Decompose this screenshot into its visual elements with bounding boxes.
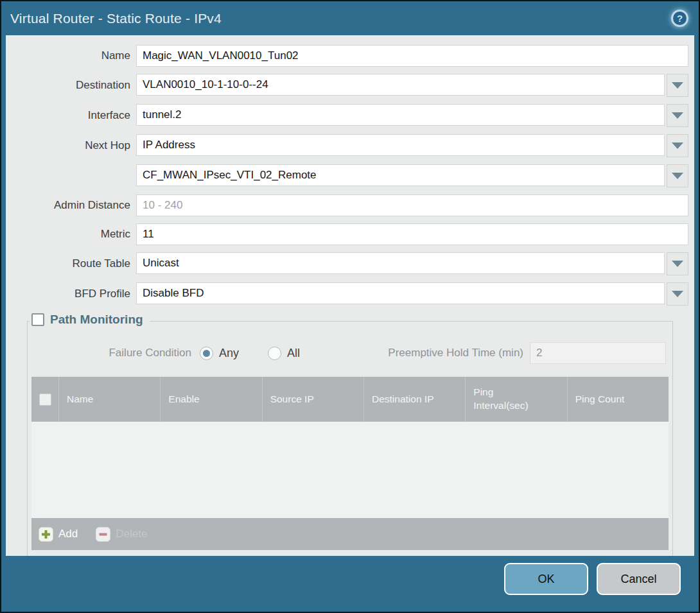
table-body-empty — [31, 422, 669, 518]
failure-condition-any-radio[interactable] — [200, 347, 213, 360]
field-row-bfd-profile: BFD Profile — [12, 282, 688, 306]
bfd-profile-label: BFD Profile — [12, 288, 136, 300]
column-header-source-ip: Source IP — [262, 377, 363, 422]
dialog-body: Name Destination Interface — [6, 35, 694, 556]
metric-label: Metric — [12, 228, 136, 241]
name-input[interactable] — [136, 45, 688, 67]
minus-icon — [96, 527, 110, 542]
table-header-row: Name Enable Source IP Destination IP Pin… — [31, 377, 669, 422]
bfd-profile-input[interactable] — [136, 282, 665, 304]
add-button-label: Add — [58, 528, 78, 540]
field-row-next-hop-address — [12, 164, 688, 187]
column-header-destination-ip: Destination IP — [363, 377, 465, 422]
static-route-dialog: Virtual Router - Static Route - IPv4 ? N… — [0, 0, 700, 613]
column-header-enable: Enable — [160, 377, 261, 422]
cancel-button[interactable]: Cancel — [597, 563, 681, 595]
next-hop-label: Next Hop — [12, 139, 136, 152]
field-row-destination: Destination — [12, 74, 688, 97]
destination-label: Destination — [12, 79, 136, 92]
dialog-title: Virtual Router - Static Route - IPv4 — [10, 11, 222, 26]
next-hop-type-input[interactable] — [136, 134, 665, 156]
table-toolbar: Add Delete — [31, 518, 669, 550]
field-row-next-hop: Next Hop — [12, 134, 688, 157]
column-header-ping-interval: Ping Interval(sec) — [465, 377, 566, 422]
help-icon[interactable]: ? — [671, 10, 688, 27]
add-button[interactable]: Add — [39, 527, 78, 542]
ok-button[interactable]: OK — [504, 563, 588, 595]
field-row-metric: Metric — [12, 223, 688, 245]
next-hop-dropdown-button[interactable] — [667, 134, 688, 157]
field-row-interface: Interface — [12, 104, 688, 127]
metric-input[interactable] — [136, 223, 688, 245]
route-table-dropdown-button[interactable] — [667, 252, 688, 275]
next-hop-address-dropdown-button[interactable] — [667, 164, 688, 187]
interface-label: Interface — [12, 109, 136, 122]
chevron-down-icon — [672, 82, 683, 89]
failure-condition-all-radio[interactable] — [268, 347, 281, 360]
chevron-down-icon — [672, 142, 683, 149]
titlebar: Virtual Router - Static Route - IPv4 ? — [1, 1, 699, 35]
column-header-ping-count: Ping Count — [567, 377, 669, 422]
path-monitoring-table: Name Enable Source IP Destination IP Pin… — [31, 377, 669, 550]
path-monitoring-title: Path Monitoring — [50, 313, 143, 327]
path-monitoring-checkbox[interactable] — [31, 313, 44, 326]
field-row-route-table: Route Table — [12, 252, 688, 275]
admin-distance-label: Admin Distance — [12, 199, 136, 212]
admin-distance-input[interactable] — [136, 194, 688, 216]
interface-dropdown-button[interactable] — [667, 104, 688, 127]
plus-icon — [39, 527, 53, 542]
path-monitoring-legend: Path Monitoring — [30, 313, 150, 327]
failure-condition-all-label: All — [287, 347, 300, 360]
preemptive-hold-time-label: Preemptive Hold Time (min) — [388, 347, 530, 359]
path-monitoring-section: Path Monitoring Failure Condition Any Al… — [27, 321, 673, 556]
help-icon-glyph: ? — [673, 12, 687, 25]
table-header-checkbox-cell — [31, 377, 58, 422]
destination-input[interactable] — [136, 74, 665, 96]
failure-condition-label: Failure Condition — [28, 347, 200, 359]
failure-condition-any-label: Any — [219, 347, 239, 360]
field-row-admin-distance: Admin Distance — [12, 194, 688, 216]
delete-button[interactable]: Delete — [96, 527, 147, 542]
interface-input[interactable] — [136, 104, 665, 126]
destination-dropdown-button[interactable] — [667, 74, 688, 97]
select-all-checkbox[interactable] — [39, 393, 51, 406]
bfd-profile-dropdown-button[interactable] — [667, 282, 688, 306]
chevron-down-icon — [672, 291, 683, 297]
route-table-label: Route Table — [12, 257, 136, 270]
name-label: Name — [12, 49, 136, 62]
dialog-footer: OK Cancel — [1, 556, 699, 612]
preemptive-hold-time-input[interactable] — [530, 342, 666, 364]
delete-button-label: Delete — [116, 528, 147, 540]
column-header-name: Name — [58, 377, 160, 422]
field-row-name: Name — [12, 45, 688, 67]
route-table-input[interactable] — [136, 252, 665, 274]
failure-condition-row: Failure Condition Any All Preemptive Hol… — [28, 342, 672, 364]
next-hop-address-input[interactable] — [136, 164, 665, 186]
chevron-down-icon — [672, 261, 683, 267]
chevron-down-icon — [672, 112, 683, 119]
chevron-down-icon — [672, 173, 683, 179]
